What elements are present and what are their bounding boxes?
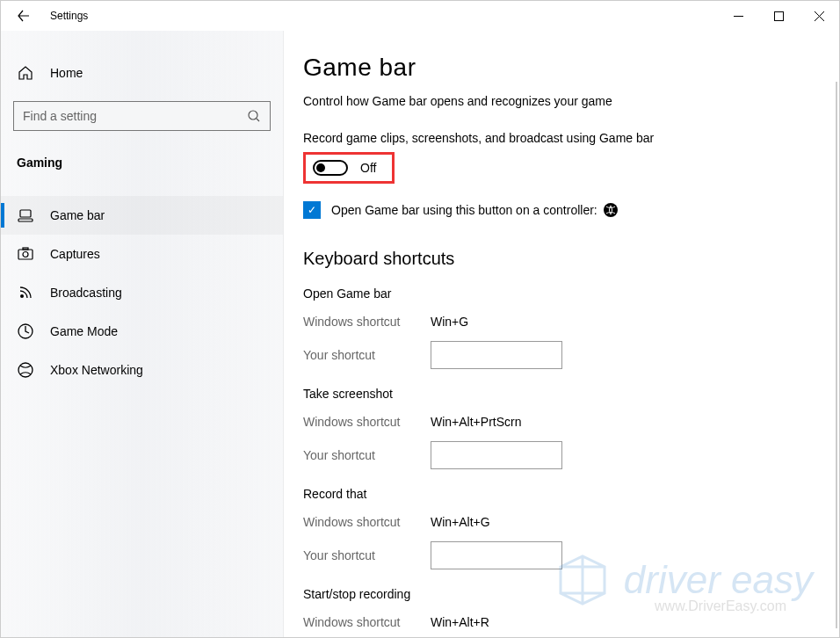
checkmark-icon: ✓ xyxy=(308,204,316,216)
arrow-left-icon xyxy=(17,9,31,23)
captures-icon xyxy=(17,245,34,263)
controller-button-checkbox[interactable]: ✓ xyxy=(303,201,321,219)
shortcut-group: Take screenshot Windows shortcut Win+Alt… xyxy=(303,387,830,469)
windows-shortcut-value: Win+G xyxy=(431,315,468,329)
svg-point-6 xyxy=(23,252,28,257)
windows-shortcut-value: Win+Alt+G xyxy=(431,515,490,529)
checkbox-label: Open Game bar using this button on a con… xyxy=(331,202,619,218)
sidebar: Home Gaming Game bar Captures Broa xyxy=(1,31,284,637)
toggle-state-label: Off xyxy=(360,161,376,175)
maximize-icon xyxy=(774,11,784,21)
gamebar-toggle[interactable] xyxy=(313,160,348,176)
svg-rect-2 xyxy=(20,210,31,217)
xbox-networking-icon xyxy=(17,361,34,379)
your-shortcut-input[interactable] xyxy=(431,441,562,469)
windows-shortcut-label: Windows shortcut xyxy=(303,615,431,629)
sidebar-item-label: Xbox Networking xyxy=(50,363,143,377)
maximize-button[interactable] xyxy=(758,2,799,30)
page-title: Game bar xyxy=(303,54,830,82)
search-icon xyxy=(247,109,261,123)
shortcut-group-title: Take screenshot xyxy=(303,387,830,401)
shortcut-group: Start/stop recording Windows shortcut Wi… xyxy=(303,587,830,637)
svg-rect-4 xyxy=(18,250,33,259)
shortcut-group: Open Game bar Windows shortcut Win+G You… xyxy=(303,286,830,369)
search-input[interactable] xyxy=(23,109,247,123)
svg-point-1 xyxy=(249,111,257,120)
sidebar-home[interactable]: Home xyxy=(1,55,283,91)
search-box[interactable] xyxy=(13,101,271,131)
sidebar-item-label: Game Mode xyxy=(50,324,118,338)
game-bar-icon xyxy=(17,207,34,224)
shortcut-group-title: Start/stop recording xyxy=(303,587,830,601)
game-mode-icon xyxy=(17,323,34,340)
windows-shortcut-label: Windows shortcut xyxy=(303,515,431,529)
sidebar-item-label: Captures xyxy=(50,247,100,261)
your-shortcut-label: Your shortcut xyxy=(303,548,431,562)
your-shortcut-input[interactable] xyxy=(431,341,562,369)
shortcuts-title: Keyboard shortcuts xyxy=(303,249,830,269)
svg-point-9 xyxy=(18,363,33,377)
svg-rect-0 xyxy=(774,11,783,20)
windows-shortcut-label: Windows shortcut xyxy=(303,415,431,429)
sidebar-item-xbox-networking[interactable]: Xbox Networking xyxy=(1,351,283,389)
checkbox-text: Open Game bar using this button on a con… xyxy=(331,203,597,217)
shortcut-group-title: Record that xyxy=(303,487,830,501)
svg-rect-3 xyxy=(18,219,33,221)
sidebar-item-broadcasting[interactable]: Broadcasting xyxy=(1,273,283,312)
sidebar-item-label: Game bar xyxy=(50,208,105,222)
sidebar-home-label: Home xyxy=(50,66,83,80)
windows-shortcut-value: Win+Alt+R xyxy=(431,615,489,629)
home-icon xyxy=(17,64,34,82)
svg-rect-5 xyxy=(23,248,28,250)
toggle-caption: Record game clips, screenshots, and broa… xyxy=(303,131,830,145)
sidebar-item-game-mode[interactable]: Game Mode xyxy=(1,312,283,351)
minimize-button[interactable] xyxy=(718,2,758,30)
main-content: Game bar Control how Game bar opens and … xyxy=(284,31,839,637)
window-title: Settings xyxy=(50,10,88,22)
windows-shortcut-label: Windows shortcut xyxy=(303,315,431,329)
toggle-highlight-box: Off xyxy=(303,152,395,184)
titlebar-controls xyxy=(718,2,839,30)
scrollbar[interactable] xyxy=(836,82,837,628)
svg-point-10 xyxy=(604,203,618,217)
your-shortcut-label: Your shortcut xyxy=(303,448,431,462)
close-icon xyxy=(815,11,824,21)
sidebar-section-label: Gaming xyxy=(1,147,283,178)
page-description: Control how Game bar opens and recognize… xyxy=(303,94,830,108)
shortcut-group: Record that Windows shortcut Win+Alt+G Y… xyxy=(303,487,830,569)
titlebar: Settings xyxy=(1,1,839,31)
svg-point-7 xyxy=(20,294,24,298)
sidebar-item-label: Broadcasting xyxy=(50,286,122,300)
your-shortcut-label: Your shortcut xyxy=(303,348,431,362)
close-button[interactable] xyxy=(799,2,839,30)
minimize-icon xyxy=(734,11,743,21)
broadcasting-icon xyxy=(17,284,34,301)
toggle-thumb xyxy=(316,163,325,172)
shortcut-group-title: Open Game bar xyxy=(303,286,830,301)
xbox-button-icon xyxy=(603,202,619,218)
windows-shortcut-value: Win+Alt+PrtScrn xyxy=(431,415,521,429)
your-shortcut-input[interactable] xyxy=(431,541,562,569)
sidebar-item-captures[interactable]: Captures xyxy=(1,235,283,273)
sidebar-item-game-bar[interactable]: Game bar xyxy=(1,196,283,235)
back-button[interactable] xyxy=(15,7,33,25)
